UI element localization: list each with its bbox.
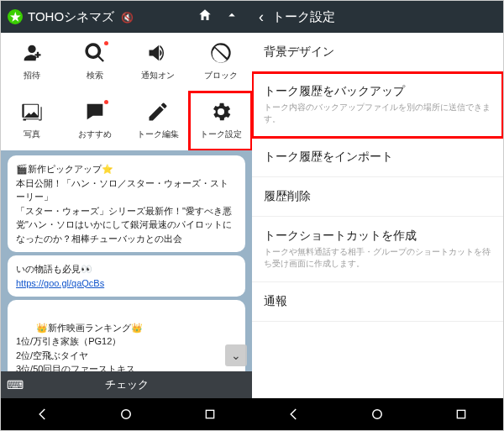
settings-title: トーク設定 [272, 9, 335, 25]
menu-label: ブロック [204, 70, 238, 81]
menu-label: 通知オン [141, 70, 175, 81]
keyboard-icon[interactable]: ⌨ [1, 378, 29, 392]
home-icon[interactable] [192, 8, 218, 26]
chat-bubble: いの物語も必見👀 https://goo.gl/qaQcBs [8, 255, 245, 297]
settings-item-title: 履歴削除 [264, 189, 491, 204]
chat-bubble: 🎬新作ピックアップ⭐ 本日公開！「ハン・ソロ／スター・ウォーズ・ストーリー」 「… [8, 155, 245, 252]
bubble-text: 🎬新作ピックアップ⭐ 本日公開！「ハン・ソロ／スター・ウォーズ・ストーリー」 「… [16, 164, 232, 244]
settings-item-shortcut[interactable]: トークショートカットを作成 トークや無料通話する相手・グループのショートカットを… [252, 217, 503, 282]
chat-menu-grid: 招待 検索 通知オン ブロック [1, 33, 252, 150]
nav-back-icon[interactable] [34, 406, 51, 423]
edit-icon [146, 102, 170, 125]
settings-item-subtitle: トークや無料通話する相手・グループのショートカットを待ち受け画面に作成します。 [264, 246, 491, 270]
settings-item-background[interactable]: 背景デザイン [252, 33, 503, 72]
menu-label: トーク設定 [200, 129, 242, 140]
chevron-down-icon: ⌄ [231, 349, 241, 362]
speaker-icon [146, 43, 170, 66]
nav-home-icon[interactable] [118, 406, 134, 423]
menu-label: トーク編集 [137, 129, 179, 140]
settings-view: ‹ トーク設定 背景デザイン トーク履歴をバックアップ トーク内容のバックアップ… [252, 1, 503, 430]
android-navbar [1, 398, 252, 430]
svg-point-0 [122, 410, 131, 419]
settings-item-import[interactable]: トーク履歴をインポート [252, 138, 503, 177]
menu-photos[interactable]: 写真 [1, 92, 64, 150]
account-badge-icon: ★ [8, 9, 23, 24]
nav-recent-icon[interactable] [453, 406, 470, 423]
recommend-icon [83, 102, 107, 125]
settings-list[interactable]: 背景デザイン トーク履歴をバックアップ トーク内容のバックアップファイルを別の場… [252, 33, 503, 398]
settings-item-backup[interactable]: トーク履歴をバックアップ トーク内容のバックアップファイルを別の場所に送信できま… [252, 72, 503, 138]
notification-dot [104, 100, 108, 104]
menu-talk-settings[interactable]: トーク設定 [189, 92, 252, 150]
bubble-text: 👑新作映画ランキング👑 1位/万引き家族（PG12） 2位/空飛ぶタイヤ 3位/… [16, 323, 143, 372]
nav-back-icon[interactable] [286, 406, 302, 423]
menu-search[interactable]: 検索 [64, 33, 127, 92]
block-icon [209, 43, 233, 66]
menu-notify[interactable]: 通知オン [127, 33, 190, 92]
chat-footer[interactable]: ⌨ チェック [1, 371, 252, 398]
chat-body[interactable]: 🎬新作ピックアップ⭐ 本日公開！「ハン・ソロ／スター・ウォーズ・ストーリー」 「… [1, 150, 252, 371]
mute-icon: 🔇 [121, 12, 134, 24]
settings-item-title: トーク履歴をインポート [264, 150, 491, 165]
gear-icon [209, 102, 233, 125]
svg-rect-3 [457, 410, 465, 418]
chat-header: ★ TOHOシネマズ 🔇 [1, 1, 252, 33]
bubble-link[interactable]: https://goo.gl/qaQcBs [16, 278, 104, 288]
settings-item-subtitle: トーク内容のバックアップファイルを別の場所に送信できます。 [264, 102, 491, 125]
photos-icon [20, 102, 44, 125]
menu-invite[interactable]: 招待 [1, 33, 64, 92]
menu-label: 写真 [24, 129, 40, 140]
menu-recommend[interactable]: おすすめ [64, 92, 127, 150]
settings-item-report[interactable]: 通報 [252, 282, 503, 322]
menu-label: 検索 [87, 70, 103, 81]
back-icon[interactable]: ‹ [259, 8, 264, 26]
invite-icon [20, 43, 44, 66]
menu-label: おすすめ [78, 129, 112, 140]
footer-label-text: チェック [29, 377, 252, 392]
chat-title: TOHOシネマズ 🔇 [28, 9, 192, 25]
menu-block[interactable]: ブロック [189, 33, 252, 92]
chat-view: ★ TOHOシネマズ 🔇 招待 [1, 1, 252, 430]
settings-item-title: 背景デザイン [264, 45, 491, 60]
menu-edit-talk[interactable]: トーク編集 [127, 92, 190, 150]
nav-home-icon[interactable] [369, 406, 386, 423]
bubble-text: いの物語も必見👀 [16, 264, 92, 274]
android-navbar [252, 398, 503, 430]
nav-recent-icon[interactable] [202, 406, 218, 423]
svg-point-2 [373, 410, 382, 419]
chat-title-text: TOHOシネマズ [28, 9, 114, 24]
search-icon [83, 43, 107, 66]
settings-item-title: トークショートカットを作成 [264, 229, 491, 244]
chevron-up-icon[interactable] [218, 8, 245, 26]
notification-dot [104, 41, 108, 45]
settings-item-delete-history[interactable]: 履歴削除 [252, 177, 503, 217]
scroll-down-button[interactable]: ⌄ [225, 344, 247, 366]
settings-item-title: 通報 [264, 294, 491, 309]
menu-label: 招待 [24, 70, 40, 81]
chat-bubble: 👑新作映画ランキング👑 1位/万引き家族（PG12） 2位/空飛ぶタイヤ 3位/… [8, 300, 245, 371]
settings-item-title: トーク履歴をバックアップ [264, 84, 491, 99]
svg-rect-1 [206, 410, 213, 418]
settings-header: ‹ トーク設定 [252, 1, 503, 33]
